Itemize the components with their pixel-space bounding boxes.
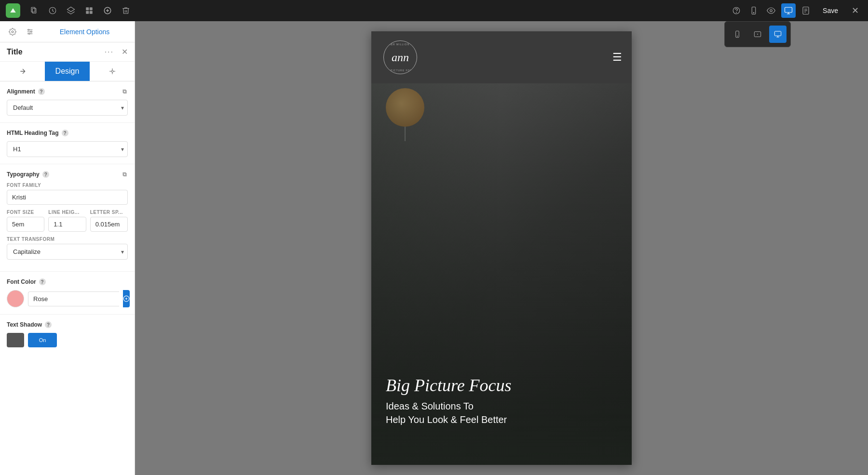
device-popup	[724, 21, 791, 47]
svg-point-36	[28, 33, 30, 34]
font-color-help-icon[interactable]: ?	[39, 278, 46, 285]
widgets-icon[interactable]	[82, 3, 96, 18]
svg-rect-1	[32, 9, 36, 13]
text-transform-label: TEXT TRANSFORM	[7, 237, 128, 242]
hero-script-title: Big Picture Focus	[386, 375, 627, 396]
font-size-col: FONT SIZE	[7, 210, 44, 232]
svg-point-14	[753, 13, 754, 13]
logo-tagline-bottom: · BIG PICTURE FOCUS ·	[384, 69, 417, 72]
line-height-label: LINE HEIG...	[48, 210, 86, 215]
svg-marker-3	[68, 7, 75, 12]
add-element-icon[interactable]	[100, 3, 115, 18]
svg-point-34	[28, 29, 29, 30]
text-transform-select-wrap: Capitalize Uppercase Lowercase None ▾	[7, 244, 128, 260]
eye-icon[interactable]	[764, 3, 778, 18]
typography-metrics-row: FONT SIZE LINE HEIG... LETTER SP...	[7, 210, 128, 237]
alignment-help-icon[interactable]: ?	[38, 88, 45, 95]
hero-text: Big Picture Focus Ideas & Solutions To H…	[386, 375, 627, 426]
font-size-label: FONT SIZE	[7, 210, 44, 215]
page-icon[interactable]	[799, 3, 813, 18]
tab-advanced[interactable]	[90, 62, 135, 81]
trash-icon[interactable]	[119, 3, 133, 18]
line-height-input[interactable]	[48, 217, 86, 232]
alignment-select-wrap: Default Left Center Right ▾	[7, 100, 128, 116]
logo-tagline-top: · ANOTHER MILLION MILES ·	[384, 43, 417, 46]
hero-section: Big Picture Focus Ideas & Solutions To H…	[371, 83, 632, 465]
history-icon[interactable]	[45, 3, 60, 18]
settings-icon[interactable]	[6, 25, 19, 39]
panel-header: Element Options	[0, 21, 135, 42]
alignment-label: Alignment ? ⧉	[7, 88, 128, 95]
logo-main-text: ann	[392, 51, 409, 64]
text-transform-row: TEXT TRANSFORM Capitalize Uppercase Lowe…	[7, 237, 128, 260]
panel-title-actions: ··· ✕	[105, 47, 128, 56]
font-family-input[interactable]	[7, 190, 128, 205]
more-options-btn[interactable]: ···	[105, 48, 114, 56]
site-logo: · ANOTHER MILLION MILES · ann · BIG PICT…	[381, 38, 420, 77]
heading-tag-help-icon[interactable]: ?	[62, 130, 68, 136]
text-transform-select[interactable]: Capitalize Uppercase Lowercase None	[7, 244, 128, 260]
hamburger-menu[interactable]: ☰	[612, 51, 622, 64]
typography-help-icon[interactable]: ?	[42, 171, 49, 178]
svg-point-35	[30, 31, 32, 32]
svg-rect-7	[90, 11, 93, 14]
alignment-section: Alignment ? ⧉ Default Left Center Right …	[0, 81, 135, 123]
layers-icon[interactable]	[64, 3, 78, 18]
device-tablet-btn[interactable]	[749, 26, 766, 43]
letter-spacing-label: LETTER SP...	[90, 210, 128, 215]
site-header: · ANOTHER MILLION MILES · ann · BIG PICT…	[371, 31, 632, 83]
main-area: Element Options Title ··· ✕ Design	[0, 21, 868, 475]
alignment-copy-icon[interactable]: ⧉	[121, 88, 128, 95]
font-color-section: Font Color ?	[0, 272, 135, 315]
canvas-area: · ANOTHER MILLION MILES · ann · BIG PICT…	[135, 21, 868, 475]
font-size-input[interactable]	[7, 217, 44, 232]
heading-tag-select[interactable]: H1 H2 H3 H4 H5 H6	[7, 141, 128, 157]
device-desktop-btn[interactable]	[769, 26, 787, 43]
desktop-active-icon[interactable]	[781, 3, 796, 18]
svg-point-15	[770, 10, 773, 12]
panel-close-btn[interactable]: ✕	[122, 47, 128, 56]
tab-design[interactable]: Design	[45, 62, 90, 81]
color-picker-btn[interactable]	[123, 290, 130, 307]
sliders-icon[interactable]	[23, 25, 37, 39]
mobile-preview-icon[interactable]	[746, 3, 761, 18]
svg-rect-0	[31, 7, 35, 12]
save-button[interactable]: Save	[816, 4, 845, 17]
text-shadow-on-btn[interactable]: On	[28, 333, 57, 347]
help-icon[interactable]	[729, 3, 744, 18]
svg-rect-4	[86, 7, 89, 10]
svg-point-26	[757, 34, 758, 34]
panel-title-row: Title ··· ✕	[0, 42, 135, 62]
alignment-select[interactable]: Default Left Center Right	[7, 100, 128, 116]
device-mobile-btn[interactable]	[729, 26, 746, 43]
typography-section: Typography ? ⧉ FONT FAMILY FONT SIZE LIN…	[0, 164, 135, 272]
font-color-label: Font Color ?	[7, 278, 128, 285]
top-toolbar: Save ✕	[0, 0, 868, 21]
typography-label: Typography ? ⧉	[7, 171, 128, 178]
heading-tag-section: HTML Heading Tag ? H1 H2 H3 H4 H5 H6 ▾	[0, 123, 135, 164]
tab-content[interactable]	[0, 62, 45, 81]
pages-icon[interactable]	[27, 3, 41, 18]
font-family-row: FONT FAMILY	[7, 183, 128, 205]
text-shadow-label: Text Shadow ?	[7, 321, 128, 328]
svg-point-37	[111, 70, 113, 72]
letter-spacing-col: LETTER SP...	[90, 210, 128, 232]
svg-point-30	[12, 31, 14, 33]
left-panel: Element Options Title ··· ✕ Design	[0, 21, 135, 475]
preview-container: · ANOTHER MILLION MILES · ann · BIG PICT…	[371, 31, 632, 465]
app-logo[interactable]	[6, 3, 20, 18]
typography-copy-icon[interactable]: ⧉	[121, 171, 128, 178]
text-shadow-off-btn[interactable]	[7, 333, 24, 347]
svg-point-24	[737, 36, 737, 36]
letter-spacing-input[interactable]	[90, 217, 128, 232]
text-shadow-help-icon[interactable]: ?	[45, 321, 52, 328]
hero-subtitle: Ideas & Solutions To Help You Look & Fee…	[386, 399, 627, 426]
color-swatch[interactable]	[7, 290, 24, 307]
svg-rect-6	[86, 11, 89, 14]
close-button[interactable]: ✕	[848, 3, 862, 18]
font-family-label: FONT FAMILY	[7, 183, 128, 188]
color-name-input[interactable]	[28, 291, 119, 306]
text-shadow-section: Text Shadow ? On	[0, 315, 135, 354]
panel-title: Title	[7, 48, 105, 56]
panel-header-title: Element Options	[41, 28, 129, 36]
